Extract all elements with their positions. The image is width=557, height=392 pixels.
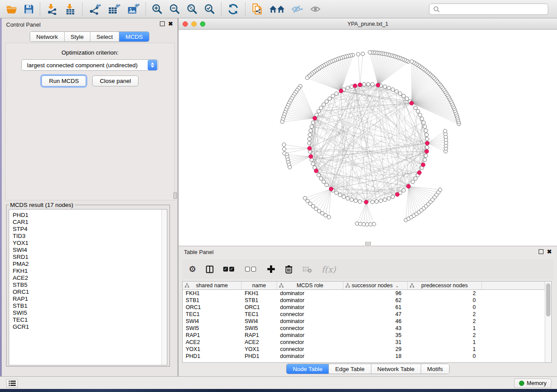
cell-successor-nodes[interactable]: 43 <box>343 325 408 332</box>
mcds-result-item[interactable]: PHD1 <box>9 212 167 219</box>
cell-shared-name[interactable]: SWI5 <box>183 325 242 332</box>
cell-name[interactable]: ACE2 <box>242 339 277 346</box>
export-network-icon[interactable] <box>85 2 104 17</box>
mcds-result-item[interactable]: GCR1 <box>9 323 167 330</box>
column-header-shared-name[interactable]: shared name <box>183 282 242 289</box>
mcds-result-item[interactable]: STP4 <box>9 226 167 233</box>
tab-edge-table[interactable]: Edge Table <box>329 364 371 374</box>
cell-successor-nodes[interactable]: 47 <box>343 311 408 318</box>
cell-successor-nodes[interactable]: 61 <box>343 304 408 311</box>
cell-shared-name[interactable]: TEC1 <box>183 311 242 318</box>
select-all-rows-icon[interactable] <box>223 267 235 272</box>
cell-MCDS-role[interactable]: dominator <box>277 304 343 311</box>
window-close-icon[interactable] <box>183 21 188 27</box>
cell-name[interactable]: SWI4 <box>242 318 277 325</box>
window-maximize-icon[interactable] <box>200 21 205 27</box>
cell-shared-name[interactable]: SWI4 <box>183 318 242 325</box>
column-header-name[interactable]: name <box>242 282 277 289</box>
column-header-predecessor-nodes[interactable]: predecessor nodes <box>408 282 482 289</box>
cell-MCDS-role[interactable]: dominator <box>277 353 343 360</box>
run-mcds-button[interactable]: Run MCDS <box>42 76 86 86</box>
cell-predecessor-nodes[interactable]: 2 <box>408 311 482 318</box>
network-titlebar[interactable]: YPA_prune.txt_1 <box>179 18 557 30</box>
show-columns-icon[interactable] <box>206 265 214 273</box>
table-row[interactable]: SWI5SWI5connector431 <box>183 325 551 332</box>
mcds-result-item[interactable]: ACE2 <box>9 275 167 282</box>
mcds-result-list[interactable]: PHD1CAR1STP4TID3YOX1SWI4SRD1PMA2FKH1ACE2… <box>9 209 167 365</box>
mcds-result-item[interactable]: STB5 <box>9 282 167 289</box>
cell-name[interactable]: PHD1 <box>242 353 277 360</box>
cell-predecessor-nodes[interactable]: 2 <box>408 290 482 297</box>
close-table-panel-icon[interactable]: ✖ <box>547 249 552 254</box>
deselect-all-rows-icon[interactable] <box>245 267 257 272</box>
cell-shared-name[interactable]: FKH1 <box>183 290 242 297</box>
table-row[interactable]: SWI4SWI4dominator462 <box>183 318 551 325</box>
network-canvas[interactable] <box>179 30 557 246</box>
mcds-result-item[interactable]: TID3 <box>9 233 167 240</box>
table-row[interactable]: RAP1RAP1dominator352 <box>183 332 551 339</box>
mcds-result-scrollbar[interactable] <box>161 210 167 365</box>
table-settings-gear-icon[interactable]: ⚙ <box>189 265 196 273</box>
cell-shared-name[interactable]: ACE2 <box>183 339 242 346</box>
cell-predecessor-nodes[interactable]: 2 <box>408 318 482 325</box>
export-table-icon[interactable] <box>104 2 124 17</box>
cell-predecessor-nodes[interactable]: 0 <box>408 353 482 360</box>
task-history-button[interactable] <box>6 379 18 388</box>
cell-name[interactable]: STB1 <box>242 297 277 304</box>
mcds-result-item[interactable]: SWI5 <box>9 309 167 316</box>
window-minimize-icon[interactable] <box>191 21 197 27</box>
mcds-result-item[interactable]: STB1 <box>9 303 167 309</box>
search-box[interactable] <box>429 3 548 15</box>
table-scrollbar[interactable] <box>545 282 551 362</box>
vertical-splitter-handle[interactable] <box>173 193 177 199</box>
cell-name[interactable]: SWI5 <box>242 325 277 332</box>
cell-MCDS-role[interactable]: connector <box>277 339 343 346</box>
cell-MCDS-role[interactable]: dominator <box>277 332 343 339</box>
mcds-result-item[interactable]: SWI4 <box>9 247 167 254</box>
refresh-view-icon[interactable] <box>224 2 242 17</box>
open-file-icon[interactable] <box>3 2 21 17</box>
table-row[interactable]: PHD1PHD1dominator180 <box>183 353 551 360</box>
mcds-result-item[interactable]: TEC1 <box>9 316 167 323</box>
table-row[interactable]: TEC1TEC1connector472 <box>183 311 551 318</box>
mcds-result-item[interactable]: RAP1 <box>9 296 167 303</box>
memory-button[interactable]: Memory <box>514 378 551 388</box>
mcds-result-item[interactable]: CAR1 <box>9 219 167 226</box>
zoom-selected-icon[interactable] <box>201 2 218 17</box>
table-scrollbar-thumb[interactable] <box>546 283 550 316</box>
add-column-icon[interactable] <box>267 265 275 273</box>
delete-column-icon[interactable] <box>285 265 293 274</box>
cell-predecessor-nodes[interactable]: 0 <box>408 297 482 304</box>
close-panel-icon[interactable]: ✖ <box>168 21 173 26</box>
table-row[interactable]: YOX1YOX1connector291 <box>183 346 551 353</box>
close-panel-button[interactable]: Close panel <box>92 76 138 86</box>
mcds-result-item[interactable]: ORC1 <box>9 289 167 296</box>
cell-name[interactable]: RAP1 <box>242 332 277 339</box>
search-input[interactable] <box>443 5 548 14</box>
tab-style[interactable]: Style <box>65 32 90 41</box>
mcds-result-item[interactable]: YOX1 <box>9 240 167 247</box>
zoom-out-icon[interactable] <box>166 2 183 17</box>
cell-shared-name[interactable]: YOX1 <box>183 346 242 353</box>
zoom-fit-icon[interactable] <box>183 2 201 17</box>
first-neighbors-icon[interactable] <box>266 2 288 17</box>
show-all-icon[interactable] <box>306 2 325 17</box>
cell-predecessor-nodes[interactable]: 1 <box>408 339 482 346</box>
import-network-icon[interactable] <box>43 2 61 17</box>
cell-successor-nodes[interactable]: 46 <box>343 318 408 325</box>
table-row[interactable]: FKH1FKH1dominator962 <box>183 290 551 297</box>
cell-successor-nodes[interactable]: 29 <box>343 346 408 353</box>
cell-predecessor-nodes[interactable]: 1 <box>408 346 482 353</box>
cell-successor-nodes[interactable]: 62 <box>343 297 408 304</box>
zoom-in-icon[interactable] <box>149 2 166 17</box>
table-row[interactable]: ACE2ACE2connector311 <box>183 339 551 346</box>
cell-predecessor-nodes[interactable]: 2 <box>408 332 482 339</box>
import-table-icon[interactable] <box>61 2 80 17</box>
table-row[interactable]: STB1STB1dominator620 <box>183 297 551 304</box>
cell-shared-name[interactable]: STB1 <box>183 297 242 304</box>
cell-shared-name[interactable]: PHD1 <box>183 353 242 360</box>
hide-selected-icon[interactable] <box>288 2 306 17</box>
column-header-successor-nodes[interactable]: successor nodes⌄ <box>343 282 408 289</box>
save-session-icon[interactable] <box>21 2 37 17</box>
mcds-result-item[interactable]: PMA2 <box>9 261 167 268</box>
